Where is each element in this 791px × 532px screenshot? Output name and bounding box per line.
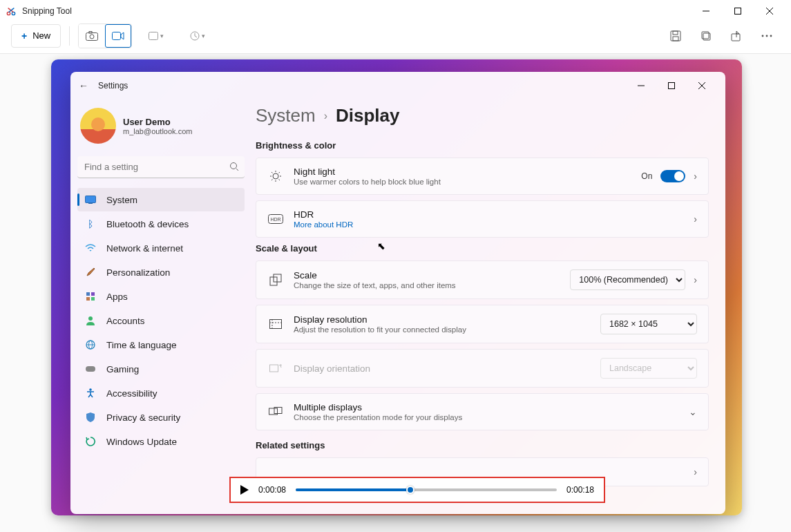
svg-line-51 [279, 172, 280, 173]
row-multiple-displays[interactable]: Multiple displays Choose the presentatio… [256, 393, 709, 430]
orientation-icon [267, 363, 284, 373]
new-button[interactable]: +New [11, 24, 61, 48]
maximize-button[interactable] [722, 0, 754, 22]
nav-label: Apps [106, 292, 128, 302]
svg-rect-35 [86, 297, 90, 301]
nav-label: Gaming [106, 364, 139, 374]
chevron-right-icon: › [324, 110, 327, 122]
search-input[interactable] [77, 156, 245, 178]
section-related-title: Related settings [256, 440, 709, 450]
time-current: 0:00:08 [258, 485, 286, 495]
settings-maximize-button[interactable] [656, 75, 687, 96]
copy-button[interactable] [693, 24, 719, 48]
row-night-light[interactable]: Night light Use warmer colors to help bl… [256, 158, 709, 195]
settings-titlebar: ← Settings [70, 72, 725, 99]
row-orientation: Display orientation Landscape [256, 349, 709, 388]
row-title: Display orientation [294, 363, 370, 374]
row-subtitle: Adjust the resolution to fit your connec… [294, 325, 466, 334]
video-mode-button[interactable] [105, 24, 131, 48]
svg-rect-56 [270, 320, 282, 329]
svg-point-0 [7, 12, 10, 15]
svg-rect-36 [91, 297, 95, 301]
row-title [267, 467, 270, 477]
bluetooth-icon: ᛒ [84, 218, 97, 230]
nav-accounts[interactable]: Accounts [77, 309, 245, 332]
capture-canvas: ← Settings User Demo m_lab@outlook.com [0, 54, 791, 532]
snipping-tool-icon [6, 6, 17, 17]
save-button[interactable] [663, 24, 689, 48]
row-hdr[interactable]: HDR HDR More about HDR › [256, 200, 709, 238]
nav-system[interactable]: System [77, 188, 245, 211]
section-brightness-title: Brightness & color [256, 140, 709, 151]
snip-shape-dropdown[interactable]: ▾ [139, 24, 173, 48]
breadcrumb-parent[interactable]: System [256, 105, 316, 126]
photo-mode-button[interactable] [79, 24, 105, 48]
user-email: m_lab@outlook.com [123, 127, 192, 135]
nav-label: Privacy & security [106, 412, 180, 423]
new-button-label: New [32, 30, 50, 41]
nav-time[interactable]: Time & language [77, 333, 245, 357]
close-button[interactable] [754, 0, 785, 22]
scale-dropdown[interactable]: 100% (Recommended) [570, 269, 685, 290]
nav-update[interactable]: Windows Update [77, 430, 245, 453]
settings-sidebar: User Demo m_lab@outlook.com System ᛒBlue… [70, 99, 251, 514]
minimize-button[interactable] [690, 0, 722, 22]
user-profile[interactable]: User Demo m_lab@outlook.com [77, 105, 245, 152]
desktop-wallpaper: ← Settings User Demo m_lab@outlook.com [51, 59, 742, 515]
row-title: Display resolution [294, 314, 466, 325]
svg-rect-41 [86, 366, 95, 372]
nav-personalization[interactable]: Personalization [77, 260, 245, 284]
wifi-icon [84, 242, 97, 254]
svg-point-9 [90, 35, 94, 39]
back-button[interactable]: ← [79, 80, 88, 91]
svg-rect-33 [86, 292, 90, 296]
svg-point-42 [89, 388, 92, 391]
svg-rect-32 [88, 203, 93, 204]
svg-line-49 [279, 180, 280, 181]
row-scale[interactable]: Scale Change the size of text, apps, and… [256, 260, 709, 299]
share-button[interactable] [723, 24, 750, 48]
svg-line-48 [271, 172, 273, 173]
nav-network[interactable]: Network & internet [77, 236, 245, 260]
chevron-down-icon: ⌄ [689, 406, 697, 417]
nav-bluetooth[interactable]: ᛒBluetooth & devices [77, 212, 245, 236]
progress-knob[interactable] [406, 486, 414, 494]
row-resolution[interactable]: Display resolution Adjust the resolution… [256, 305, 709, 343]
nav-gaming[interactable]: Gaming [77, 357, 245, 381]
svg-point-1 [12, 12, 15, 15]
breadcrumb-current: Display [336, 105, 400, 126]
delay-dropdown[interactable]: ▾ [180, 24, 215, 48]
hdr-link[interactable]: More about HDR [294, 220, 353, 229]
row-title: Night light [294, 167, 441, 177]
nav-accessibility[interactable]: Accessibility [77, 381, 245, 405]
apps-icon [84, 290, 97, 303]
row-title: Multiple displays [294, 402, 462, 412]
section-scale-title: Scale & layout [256, 243, 709, 254]
nav-apps[interactable]: Apps [77, 285, 245, 308]
more-button[interactable] [754, 24, 780, 48]
update-icon [84, 435, 97, 448]
play-button[interactable] [240, 485, 249, 495]
settings-minimize-button[interactable] [626, 75, 656, 96]
scale-icon [267, 274, 284, 286]
nav-privacy[interactable]: Privacy & security [77, 406, 245, 429]
nav-label: Accessibility [106, 388, 158, 399]
svg-rect-11 [113, 32, 121, 39]
svg-line-30 [236, 169, 238, 171]
row-title: Scale [294, 270, 456, 281]
resolution-dropdown[interactable]: 1682 × 1045 [600, 314, 697, 334]
orientation-dropdown: Landscape [600, 358, 697, 379]
system-icon [84, 193, 97, 206]
night-light-toggle[interactable] [660, 170, 685, 182]
video-player-bar: 0:00:08 0:00:18 [229, 477, 605, 503]
settings-close-button[interactable] [687, 75, 717, 96]
progress-bar[interactable] [296, 488, 557, 491]
svg-rect-18 [673, 37, 678, 41]
svg-rect-10 [89, 31, 92, 33]
nav-list: System ᛒBluetooth & devices Network & in… [77, 188, 245, 453]
svg-point-22 [762, 35, 764, 37]
row-title: HDR [294, 209, 353, 220]
multiple-displays-icon [267, 407, 284, 417]
brush-icon [84, 266, 97, 278]
separator [69, 26, 70, 46]
